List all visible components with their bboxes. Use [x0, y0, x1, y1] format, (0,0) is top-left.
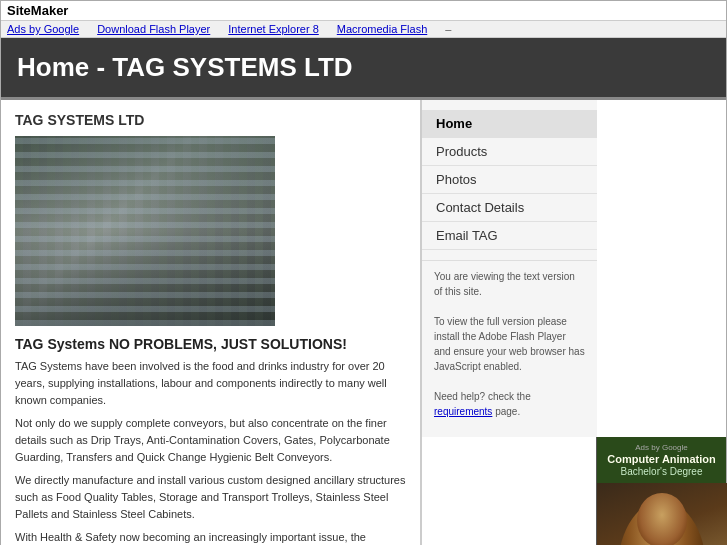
ad-title: Computer Animation: [603, 452, 720, 466]
sidebar-text-line2: To view the full version please install …: [434, 314, 585, 374]
macromedia-flash-link[interactable]: Macromedia Flash: [337, 23, 427, 35]
paragraph-3: We directly manufacture and install vari…: [15, 472, 406, 523]
sidebar-item-contact[interactable]: Contact Details: [422, 194, 597, 222]
product-image: [15, 136, 275, 326]
section-title: TAG SYSTEMS LTD: [15, 112, 406, 128]
ad-image[interactable]: [597, 483, 727, 545]
download-flash-link[interactable]: Download Flash Player: [97, 23, 210, 35]
ads-by-google-link[interactable]: Ads by Google: [7, 23, 79, 35]
paragraph-2: Not only do we supply complete conveyors…: [15, 415, 406, 466]
sidebar-text-line1: You are viewing the text version of this…: [434, 269, 585, 299]
ie8-link[interactable]: Internet Explorer 8: [228, 23, 319, 35]
sidebar-item-photos[interactable]: Photos: [422, 166, 597, 194]
paragraph-4: With Health & Safety now becoming an inc…: [15, 529, 406, 545]
sidebar-text-line3: Need help? check the requirements page.: [434, 389, 585, 419]
sidebar-item-email[interactable]: Email TAG: [422, 222, 597, 250]
separator: –: [445, 23, 451, 35]
headline: TAG Systems NO PROBLEMS, JUST SOLUTIONS!: [15, 336, 406, 352]
sidebar-item-home[interactable]: Home: [422, 110, 597, 138]
site-title: SiteMaker: [7, 3, 68, 18]
page-title: Home - TAG SYSTEMS LTD: [17, 52, 353, 82]
ad-subtitle: Bachelor's Degree: [603, 466, 720, 477]
sidebar-item-products[interactable]: Products: [422, 138, 597, 166]
requirements-link[interactable]: requirements: [434, 406, 492, 417]
paragraph-1: TAG Systems have been involved is the fo…: [15, 358, 406, 409]
ad-google-label: Ads by Google: [603, 443, 720, 452]
